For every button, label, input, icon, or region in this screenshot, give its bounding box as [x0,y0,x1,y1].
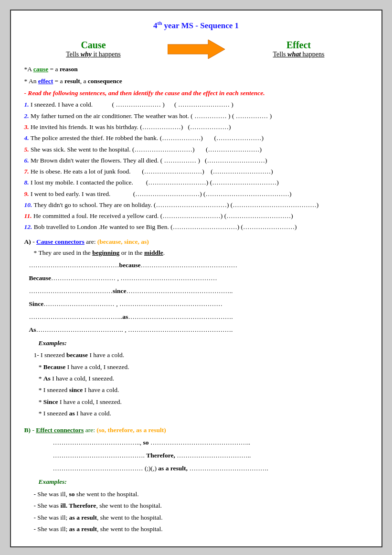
page-title: 4th year MS - Sequence 1 [24,20,368,31]
list-item: 7. He is obese. He eats a lot of junk fo… [24,166,368,177]
example-line: - She was ill, so she went to the hospit… [34,489,368,500]
instruction-line: - Read the following sentences, and then… [24,88,368,99]
list-item: 1. I sneezed. I have a cold. ( ………………… )… [24,99,368,110]
example-line: - She was ill; as a result, she went to … [34,523,368,535]
example-line: * Because I have a cold, I sneezed. [34,361,368,373]
example-line: * I sneezed as I have a cold. [34,408,368,419]
cause-definition: *A cause = a reason [24,64,368,75]
section-a-usage: * They are used in the beginning or in t… [34,248,368,259]
connector-lines-b: ………………………………….., so ……………………………………….. ……… [53,436,368,475]
examples-a: 1- I sneezed because I have a cold. * Be… [34,349,368,419]
definitions-section: *A cause = a reason * An effect = a resu… [24,64,368,99]
list-item: 9. I went to bed early. I was tired. (……… [24,189,368,199]
example-line: - She was ill. Therefore, she went to th… [34,500,368,511]
arrow-section [163,37,230,61]
connector-line: ………………………………….., so ……………………………………….. [53,436,368,449]
list-item: 2. My father turned on the air condition… [24,111,368,121]
examples-title-b: Examples: [39,477,368,488]
connector-line: …………………………………since………………………………………….. [29,284,368,297]
list-item: 10. They didn't go to school. They are o… [24,200,368,210]
effect-section: Effect Tells what happens [230,40,368,58]
examples-title-a: Examples: [39,338,368,349]
sentence-list: 1. I sneezed. I have a cold. ( ………………… )… [24,99,368,232]
list-item: 6. Mr Brown didn't water the flowers. Th… [24,155,368,166]
connector-lines-a: ……………………………………because……………………………………… Bec… [29,259,368,336]
svg-marker-0 [168,40,225,59]
connector-line: As………………………………….. , …………………………………………. [29,323,368,336]
section-b: B) - Effect connectors are: (so, therefo… [24,425,368,535]
list-item: 8. I lost my mobile. I contacted the pol… [24,177,368,188]
connector-line: …………………………………… (;)(,) as a result, ……………… [53,462,368,475]
cause-effect-arrow [168,37,225,61]
section-a: A) - Cause connectors are: (because, sin… [24,237,368,420]
example-line: - She was ill; as a result, she went to … [34,512,368,523]
cause-section: Cause Tells why it happens [24,40,163,58]
example-line: 1- I sneezed because I have a cold. [34,349,368,361]
list-item: 3. He invited his friends. It was his bi… [24,122,368,132]
example-line: * I sneezed since I have a cold. [34,384,368,396]
worksheet-page: 4th year MS - Sequence 1 Cause Tells why… [10,10,382,547]
cause-title: Cause [24,40,163,51]
list-item: 11. He committed a foul. He received a y… [24,211,368,221]
effect-subtitle: Tells what happens [230,51,368,58]
example-line: * As I have a cold, I sneezed. [34,373,368,384]
list-item: 12. Bob travelled to London .He wanted t… [24,222,368,232]
list-item: 5. She was sick. She went to the hospita… [24,144,368,155]
effect-definition: * An effect = a result, a consequence [24,76,368,87]
examples-b: - She was ill, so she went to the hospit… [34,489,368,535]
list-item: 4. The police arrested the thief. He rob… [24,133,368,143]
effect-title: Effect [230,40,368,51]
example-line: * Since I have a cold, I sneezed. [34,396,368,408]
connector-line: Because………………………… , ……………………………………… [29,272,368,284]
connector-line: ……………………………………because……………………………………… [29,259,368,272]
connector-line: ……………………………………. Therefore, …………………………….. [53,449,368,462]
connector-line: Since…………………………… , ………………………………………… [29,297,368,310]
cause-effect-header: Cause Tells why it happens Effect Tells … [24,37,368,61]
connector-line: ……………………………………..as…………………………………………. [29,310,368,323]
section-a-header: A) - Cause connectors are: (because, sin… [24,237,368,248]
section-b-header: B) - Effect connectors are: (so, therefo… [24,425,368,436]
cause-subtitle: Tells why it happens [24,51,163,58]
